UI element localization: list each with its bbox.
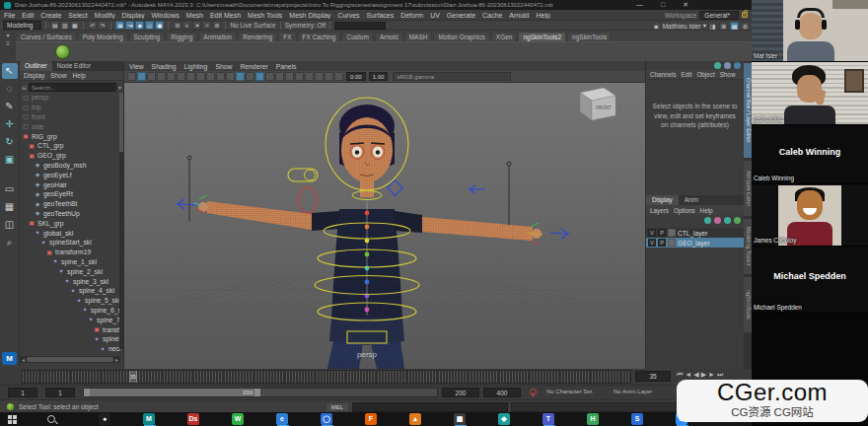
shaded-icon[interactable] [236,72,245,81]
current-frame-field[interactable]: 35 [635,371,671,382]
multisample-icon[interactable] [295,72,304,81]
collapse-all-icon[interactable]: ⊟ [22,84,27,91]
account-dropdown[interactable]: ☻ Matthieu Isler ▾ [652,22,706,31]
shelf-tab-ngskintools2[interactable]: ngSkinTools2 [518,32,566,41]
move-tool-icon[interactable]: ✛ [2,116,18,132]
symmetry-dropdown[interactable]: Symmetry: Off [285,22,326,29]
viewport-canvas[interactable]: FRONT persp [124,83,645,369]
participant-tile[interactable]: James Cabuloy [752,184,868,247]
channelbox-menu-channels[interactable]: Channels [650,71,677,78]
side-tab-modeling-toolkit[interactable]: Modeling Toolkit [744,219,752,274]
channelbox-menu-object[interactable]: Object [696,71,714,78]
whatsapp-icon[interactable]: W [232,413,244,425]
channelbox-speed-icon[interactable] [714,62,721,69]
layer-menu-layers[interactable]: Layers [650,207,669,214]
workspace-lock-icon[interactable] [742,12,748,18]
select-tool-icon[interactable]: ↖ [2,63,18,79]
menu-arnold[interactable]: Arnold [509,12,529,19]
modeling-toolkit-toggle-icon[interactable]: ◨ [708,22,717,31]
color-management-dropdown[interactable]: sRGB gamma [393,72,511,81]
outliner-item-transform19[interactable]: ▣transform19 [20,248,120,257]
outliner-item-spine_6_skl[interactable]: ✦spine_6_skl [20,306,120,316]
motion-blur-icon[interactable] [285,72,294,81]
left-hand-arrow-control[interactable] [178,199,195,209]
minimize-button[interactable]: — [636,0,643,10]
play-forwards-button[interactable]: ▶ [701,371,706,379]
shelf-tab-mash[interactable]: MASH [404,32,433,41]
outliner-horizontal-scrollbar[interactable]: ◄ ► [20,356,120,363]
outliner-item-top[interactable]: ▢top [20,103,120,112]
render-current-frame-icon[interactable]: ✦ [192,21,201,30]
menu-generate[interactable]: Generate [447,12,475,19]
shelf-tab-curves-surfaces[interactable]: Curves / Surfaces [16,32,77,41]
resolution-gate-icon[interactable] [177,72,185,81]
clavicle-control-red[interactable] [299,187,317,213]
shelf-tab-motion-graphics[interactable]: Motion Graphics [433,32,489,41]
menu-mesh-display[interactable]: Mesh Display [289,12,330,19]
participant-tile[interactable]: joshuadiaz [752,62,868,125]
scroll-left-icon[interactable]: ◄ [21,357,26,363]
outliner-item-GEO_grp[interactable]: ▣GEO_grp [20,151,120,161]
outliner-item-neck_skl[interactable]: ✦neck_skl [20,344,120,354]
snap-point-icon[interactable]: ◈ [135,21,144,30]
layer-editor-button-4[interactable] [734,217,741,224]
range-handle-right[interactable] [254,389,260,396]
menu-create[interactable]: Create [40,12,61,19]
outliner-item-geoEyeLf[interactable]: ◈geoEyeLf [20,170,120,179]
shelf-tab-menu-icon[interactable]: ▾ [6,33,9,38]
layer-editor-button-3[interactable] [724,217,731,224]
exposure-field[interactable]: 0.00 [346,72,366,81]
maximize-button[interactable]: □ [661,0,665,10]
outliner-item-spine_3_skl[interactable]: ✦spine_3_skl [20,276,120,286]
step-forward-button[interactable]: ► [708,371,715,379]
right-ik-handle[interactable] [507,162,511,166]
go-to-end-button[interactable]: ⏭ [717,371,723,379]
paint-select-tool-icon[interactable]: ✎ [2,99,18,114]
snap-grid-icon[interactable]: ⊞ [115,21,124,30]
attribute-editor-toggle-icon[interactable]: ≣ [719,22,728,31]
lock-camera-icon[interactable] [137,72,146,81]
outliner-menu-help[interactable]: Help [73,72,86,79]
shelf-tab-custom[interactable]: Custom [341,32,373,41]
menu-edit[interactable]: Edit [22,12,34,19]
film-gate-icon[interactable] [167,72,176,81]
character-set-dropdown[interactable]: No Character Set [546,388,592,397]
gamma-field[interactable]: 1.00 [369,72,389,81]
menu-help[interactable]: Help [537,12,550,19]
teal-app-icon[interactable]: ◆ [498,413,510,425]
channel-box-toggle-icon[interactable]: ▤ [730,22,739,31]
shelf-item-menu-icon[interactable]: ≡ [6,40,10,46]
animation-end-field[interactable]: 400 [483,388,521,397]
left-ik-handle[interactable] [187,156,191,160]
field-chart-icon[interactable] [196,72,205,81]
menu-deform[interactable]: Deform [400,12,423,19]
menu-uv[interactable]: UV [430,12,440,19]
save-scene-icon[interactable]: ▦ [70,21,79,30]
menu-mesh-tools[interactable]: Mesh Tools [248,12,282,19]
make-live-icon[interactable]: ◉ [155,21,164,30]
safe-action-icon[interactable] [206,72,215,81]
render-settings-icon[interactable]: ⊚ [212,21,221,30]
new-scene-icon[interactable]: ▤ [50,21,59,30]
outliner-item-front[interactable]: ▢front [20,112,120,122]
layer-playback-toggle[interactable]: P [658,239,666,247]
viewport-menu-lighting[interactable]: Lighting [184,63,208,70]
undo-icon[interactable]: ↶ [88,21,97,30]
photos-app-icon[interactable]: ▦ [454,413,466,425]
menu-display[interactable]: Display [121,12,144,19]
playback-start-field[interactable]: 1 [45,388,75,397]
participant-tile[interactable]: Michael Spedden Michael Spedden [752,247,868,314]
ipr-render-icon[interactable]: ✧ [202,21,211,30]
right-elbow-arrow-control[interactable] [470,185,485,193]
defender-icon[interactable]: S [631,413,643,425]
taskbar-search-icon[interactable] [47,415,55,423]
layer-playback-toggle[interactable]: P [658,229,666,237]
shelf-tab-xgen[interactable]: XGen [491,32,518,41]
close-button[interactable]: ✕ [683,0,688,10]
viewport-menu-view[interactable]: View [129,63,144,70]
outliner-item-spine_1_skl[interactable]: ✦spine_1_skl [20,257,120,267]
shelf-tab-arnold[interactable]: Arnold [375,32,403,41]
viewport-menu-renderer[interactable]: Renderer [240,63,267,70]
handbrake-icon[interactable]: H [587,413,599,425]
menu-file[interactable]: File [4,12,15,19]
